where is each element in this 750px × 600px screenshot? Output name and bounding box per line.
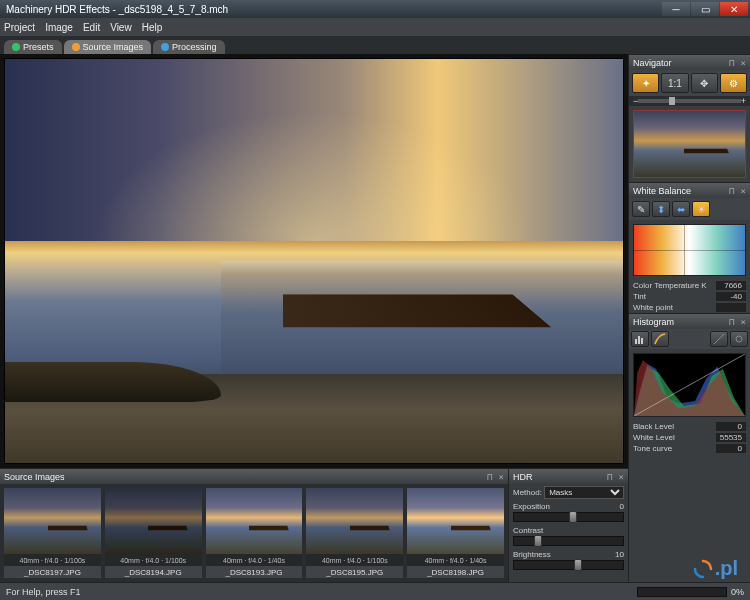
tone-curve-value[interactable]: 0 <box>716 444 746 453</box>
nav-gear-button[interactable]: ⚙ <box>720 73 747 93</box>
source-thumb[interactable]: 40mm · f/4.0 · 1/40s_DSC8193.JPG <box>206 488 303 578</box>
nav-pan-button[interactable]: ✥ <box>691 73 718 93</box>
dot-icon <box>72 43 80 51</box>
source-images-strip: 40mm · f/4.0 · 1/100s_DSC8197.JPG 40mm ·… <box>0 484 508 582</box>
nav-fit-button[interactable]: ✦ <box>632 73 659 93</box>
whitepoint-value[interactable] <box>716 303 746 312</box>
preview-viewport[interactable] <box>4 58 624 464</box>
titlebar: Machinery HDR Effects - _dsc5198_4_5_7_8… <box>0 0 750 18</box>
svg-rect-1 <box>638 336 640 344</box>
source-thumb[interactable]: 40mm · f/4.0 · 1/40s_DSC8198.JPG <box>407 488 504 578</box>
source-thumb[interactable]: 40mm · f/4.0 · 1/100s_DSC8197.JPG <box>4 488 101 578</box>
panel-header-navigator: Navigator ⊓× <box>629 54 750 70</box>
wb-preset-button[interactable]: ⬍ <box>652 201 670 217</box>
maximize-button[interactable]: ▭ <box>691 2 719 16</box>
exposition-slider[interactable] <box>513 512 624 522</box>
menu-edit[interactable]: Edit <box>83 22 100 33</box>
panel-header-histogram: Histogram ⊓× <box>629 313 750 329</box>
white-level-value[interactable]: 55535 <box>716 433 746 442</box>
panel-pin-icon[interactable]: ⊓ <box>607 472 612 482</box>
panel-close-icon[interactable]: × <box>499 472 504 482</box>
brightness-slider[interactable] <box>513 560 624 570</box>
contrast-slider[interactable] <box>513 536 624 546</box>
panel-close-icon[interactable]: × <box>741 186 746 196</box>
panel-pin-icon[interactable]: ⊓ <box>487 472 492 482</box>
wb-sun-button[interactable]: ☀ <box>692 201 710 217</box>
progress-bar <box>637 587 727 597</box>
panel-close-icon[interactable]: × <box>741 317 746 327</box>
panel-pin-icon[interactable]: ⊓ <box>729 317 734 327</box>
tab-processing[interactable]: Processing <box>153 40 225 54</box>
menu-view[interactable]: View <box>110 22 132 33</box>
watermark-logo: .pl <box>693 557 738 580</box>
panel-pin-icon[interactable]: ⊓ <box>729 186 734 196</box>
black-level-value[interactable]: 0 <box>716 422 746 431</box>
svg-rect-2 <box>641 338 643 344</box>
colortemp-value[interactable]: 7666 <box>716 281 746 290</box>
tint-value[interactable]: -40 <box>716 292 746 301</box>
histogram-curve-icon[interactable] <box>651 331 669 347</box>
source-thumb[interactable]: 40mm · f/4.0 · 1/100s_DSC8194.JPG <box>105 488 202 578</box>
color-temperature-picker[interactable] <box>633 224 746 276</box>
menu-help[interactable]: Help <box>142 22 163 33</box>
panel-close-icon[interactable]: × <box>741 58 746 68</box>
progress-percent: 0% <box>731 587 744 597</box>
eyedropper-button[interactable]: ✎ <box>632 201 650 217</box>
panel-header-source-images: Source Images ⊓× <box>0 468 508 484</box>
histogram-bars-icon[interactable] <box>631 331 649 347</box>
close-button[interactable]: ✕ <box>720 2 748 16</box>
wb-preset-button[interactable]: ⬌ <box>672 201 690 217</box>
hdr-method-select[interactable]: Masks <box>544 486 624 499</box>
navigator-thumbnail[interactable] <box>633 110 746 178</box>
status-help-text: For Help, press F1 <box>6 587 81 597</box>
panel-close-icon[interactable]: × <box>619 472 624 482</box>
menu-project[interactable]: Project <box>4 22 35 33</box>
histogram-reset-icon[interactable] <box>730 331 748 347</box>
statusbar: For Help, press F1 0% <box>0 582 750 600</box>
tabbar: Presets Source Images Processing <box>0 36 750 54</box>
zoom-slider[interactable] <box>638 99 740 103</box>
dot-icon <box>161 43 169 51</box>
histogram-display[interactable] <box>633 353 746 417</box>
nav-11-button[interactable]: 1:1 <box>661 73 688 93</box>
panel-pin-icon[interactable]: ⊓ <box>729 58 734 68</box>
histogram-rgb-icon[interactable] <box>710 331 728 347</box>
svg-rect-0 <box>635 339 637 344</box>
panel-header-white-balance: White Balance ⊓× <box>629 182 750 198</box>
svg-point-3 <box>736 336 742 342</box>
menu-image[interactable]: Image <box>45 22 73 33</box>
zoom-in-icon[interactable]: + <box>741 96 746 106</box>
window-title: Machinery HDR Effects - _dsc5198_4_5_7_8… <box>2 4 228 15</box>
dot-icon <box>12 43 20 51</box>
panel-header-hdr: HDR ⊓× <box>509 468 628 484</box>
minimize-button[interactable]: ─ <box>662 2 690 16</box>
tab-source-images[interactable]: Source Images <box>64 40 152 54</box>
tab-presets[interactable]: Presets <box>4 40 62 54</box>
source-thumb[interactable]: 40mm · f/4.0 · 1/100s_DSC8195.JPG <box>306 488 403 578</box>
menubar: Project Image Edit View Help <box>0 18 750 36</box>
hdr-panel: HDR ⊓× Method: Masks Exposition0 Contras… <box>508 468 628 582</box>
